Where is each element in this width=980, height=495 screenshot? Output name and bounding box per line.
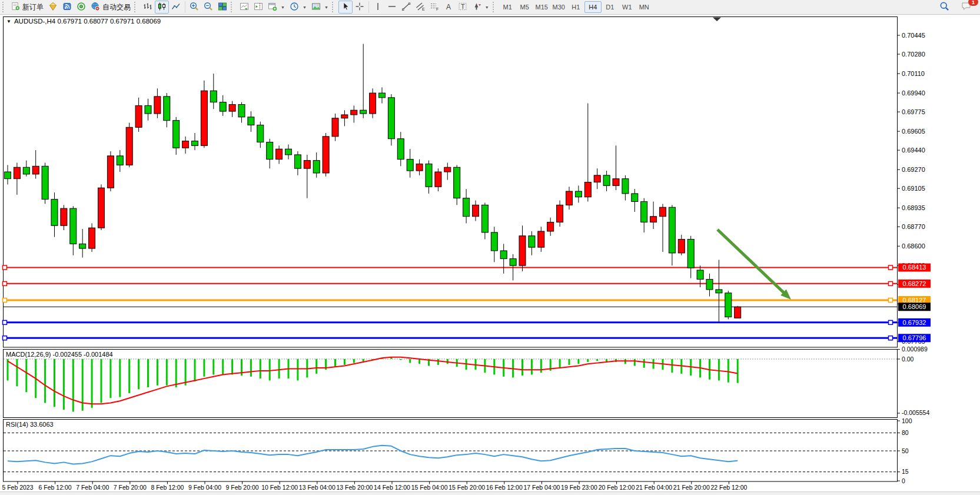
- macd-bar: [25, 359, 27, 392]
- chart-shift-button[interactable]: [251, 1, 265, 14]
- text-label-button[interactable]: T: [456, 1, 470, 14]
- notification-badge[interactable]: 1: [968, 0, 978, 6]
- candle-body: [360, 110, 367, 114]
- hline-handle[interactable]: [889, 281, 893, 285]
- candle-body: [220, 102, 226, 112]
- candle-body: [454, 167, 460, 198]
- macd-panel[interactable]: [4, 350, 898, 418]
- hline-handle[interactable]: [3, 265, 7, 270]
- candle-body: [697, 270, 703, 280]
- hline-handle[interactable]: [3, 336, 7, 340]
- candle-body: [519, 236, 526, 265]
- time-label: 9 Feb 04:00: [188, 484, 221, 491]
- timeframe-D1[interactable]: D1: [602, 1, 619, 13]
- rsi-axis-label: 80: [902, 429, 909, 436]
- hline-handle[interactable]: [3, 281, 7, 285]
- template-button[interactable]: ▼: [309, 1, 331, 14]
- tile-windows-button[interactable]: [215, 1, 230, 14]
- candle: [98, 184, 105, 230]
- candle-body: [117, 156, 123, 165]
- macd-bar: [643, 359, 645, 368]
- market-button[interactable]: [46, 1, 60, 14]
- vertical-line-button[interactable]: [371, 1, 385, 14]
- timeframe-M5[interactable]: M5: [516, 1, 533, 13]
- time-label: 21 Feb 04:00: [636, 484, 672, 491]
- candle-body: [126, 127, 132, 165]
- search-button[interactable]: [937, 1, 952, 14]
- bar-chart-button[interactable]: [141, 1, 155, 14]
- zoom-in-button[interactable]: [187, 1, 201, 14]
- candle: [42, 162, 48, 204]
- price-line-label-text: 0.68069: [903, 303, 926, 310]
- svg-text:F: F: [436, 7, 438, 11]
- line-chart-button[interactable]: [169, 1, 183, 14]
- new-chart-button[interactable]: ▼: [265, 1, 287, 14]
- new-order-icon: [11, 2, 20, 12]
- candle: [89, 223, 95, 252]
- time-label: 6 Feb 12:00: [39, 484, 72, 491]
- timeframe-MN[interactable]: MN: [636, 1, 653, 13]
- symbol-dropdown-icon[interactable]: ▼: [6, 19, 11, 24]
- crosshair-button[interactable]: [353, 1, 367, 14]
- signals-button[interactable]: [60, 1, 74, 14]
- candle-body: [79, 244, 86, 248]
- candle-body: [669, 207, 675, 253]
- candlestick-chart-button[interactable]: [155, 1, 169, 14]
- candle: [107, 151, 114, 191]
- hline-handle[interactable]: [889, 298, 893, 303]
- cursor-button[interactable]: [338, 1, 353, 14]
- timeframe-H4[interactable]: H4: [584, 1, 602, 13]
- text-button[interactable]: A: [441, 1, 456, 14]
- hline-handle[interactable]: [889, 320, 893, 324]
- hline-handle[interactable]: [889, 265, 893, 270]
- timeframe-H1[interactable]: H1: [567, 1, 584, 13]
- toolbar-separator: [368, 1, 369, 13]
- price-tick-label: 0.68935: [902, 204, 925, 211]
- timeframe-W1[interactable]: W1: [619, 1, 636, 13]
- new-order-button[interactable]: 新订单: [9, 1, 46, 14]
- horizontal-line-button[interactable]: [385, 1, 399, 14]
- timeframe-M15[interactable]: M15: [533, 1, 550, 13]
- toolbar-grip[interactable]: [2, 2, 6, 12]
- autotrading-label: 自动交易: [102, 2, 131, 12]
- arrows-button[interactable]: ▼: [470, 1, 491, 14]
- timeframe-M1[interactable]: M1: [499, 1, 516, 13]
- toolbar-grip[interactable]: [332, 2, 336, 12]
- period-button[interactable]: ▼: [287, 1, 309, 14]
- community-button[interactable]: [74, 1, 88, 14]
- time-label: 21 Feb 20:00: [673, 484, 710, 491]
- chart-canvas[interactable]: 0.704450.702800.701100.699400.697750.696…: [0, 14, 980, 495]
- candle-body: [173, 121, 180, 148]
- macd-bar: [203, 359, 205, 377]
- svg-text:A: A: [446, 2, 451, 11]
- trendline-button[interactable]: [399, 1, 413, 14]
- hline-handle[interactable]: [3, 320, 7, 324]
- toolbar-grip[interactable]: [493, 2, 497, 12]
- toolbar-grip[interactable]: [231, 2, 235, 12]
- status-strip: [0, 491, 980, 495]
- candle-body: [61, 208, 67, 225]
- hline-handle[interactable]: [3, 298, 7, 303]
- timeframe-M30[interactable]: M30: [550, 1, 567, 13]
- macd-bar: [147, 359, 149, 387]
- fibonacci-button[interactable]: F: [427, 1, 441, 14]
- candle-body: [304, 161, 310, 169]
- hline-handle[interactable]: [889, 336, 893, 340]
- mt4-window: 新订单 自动交易: [0, 0, 980, 495]
- equidistant-channel-button[interactable]: E: [413, 1, 427, 14]
- chart-title: AUDUSD-,H4 0.67971 0.68077 0.67971 0.680…: [14, 18, 161, 25]
- candle-body: [547, 222, 554, 231]
- zoom-out-button[interactable]: [201, 1, 215, 14]
- autotrading-button[interactable]: 自动交易: [88, 1, 133, 14]
- macd-label: MACD(12,26,9) -0.002455 -0.001484: [6, 351, 113, 358]
- candle: [126, 123, 132, 168]
- time-label: 10 Feb 12:00: [261, 484, 298, 491]
- svg-text:E: E: [422, 7, 425, 11]
- auto-scroll-button[interactable]: [237, 1, 251, 14]
- main-chart-panel[interactable]: [4, 17, 898, 348]
- candle-body: [584, 182, 591, 197]
- time-label: 15 Feb 20:00: [449, 484, 485, 491]
- candle-body: [164, 97, 170, 121]
- toolbar-grip[interactable]: [134, 2, 138, 12]
- signals-icon: [62, 2, 72, 13]
